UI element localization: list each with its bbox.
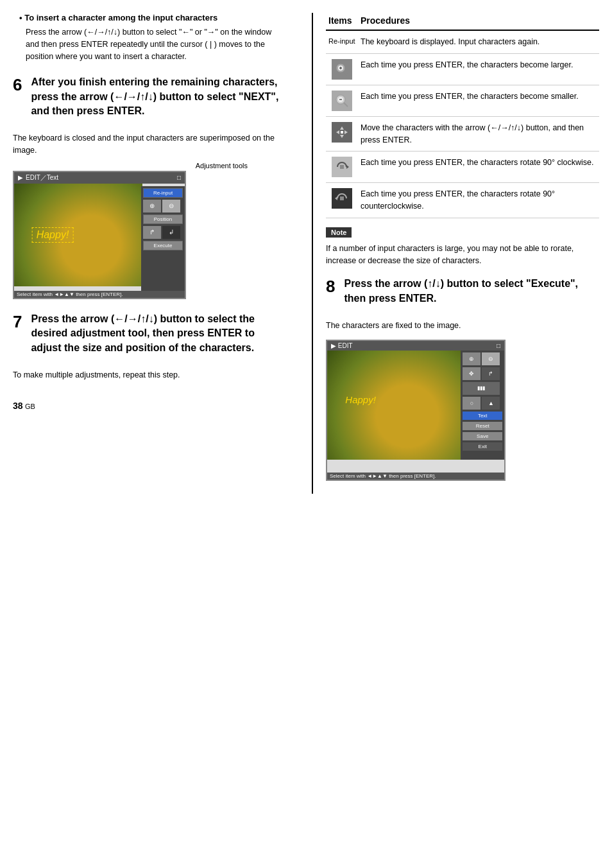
screen-body-area: Happy! Re-input ⊕ ⊖ Position ↱ ↲ E: [14, 184, 185, 284]
bullet-text: Press the arrow (←/→/↑/↓) button to sele…: [19, 26, 286, 62]
svg-marker-11: [336, 130, 339, 134]
move-icon: [332, 122, 352, 143]
exit-btn[interactable]: Exit: [463, 442, 502, 451]
step6-body: The keyboard is closed and the input cha…: [13, 132, 286, 157]
svg-rect-13: [341, 131, 343, 134]
procedure-reinput: The keyboard is displayed. Input charact…: [358, 30, 599, 53]
page-number: 38 GB: [13, 401, 286, 411]
step6-wrapper: 6 After you finish entering the remainin…: [13, 75, 286, 299]
step8-screen: ▶ EDIT □ Happy! ⊕ ⊖ ✥: [326, 340, 506, 481]
happy2-text: Happy!: [345, 394, 376, 405]
screen-header-left: ▶ EDIT／Text: [18, 173, 58, 182]
page-container: To insert a character among the input ch…: [13, 13, 599, 494]
icon-cell-move: [326, 116, 358, 152]
magnify-plus-icon: [332, 59, 352, 80]
reinput-btn[interactable]: Re-input: [143, 188, 183, 198]
magnify-plus-icon: ⊕: [143, 200, 161, 213]
s2-move-icon: ✥: [463, 367, 480, 380]
s2-icon-row3: ▮▮▮: [463, 382, 502, 395]
execute-btn[interactable]: Execute: [143, 241, 183, 250]
step6-content: After you finish entering the remaining …: [31, 75, 286, 123]
table-head: Items Procedures: [326, 13, 599, 30]
step8-content: Press the arrow (↑/↓) button to select "…: [344, 277, 599, 311]
procedure-magnify-minus: Each time you press ENTER, the character…: [358, 85, 599, 116]
step7-wrapper: 7 Press the arrow (←/→/↑/↓) button to se…: [13, 312, 286, 381]
screen2-right-panel: ⊕ ⊖ ✥ ↱ ▮▮▮ ○ ▲: [461, 351, 504, 460]
svg-marker-10: [340, 135, 344, 138]
note-label: Note: [326, 227, 352, 238]
svg-rect-15: [340, 165, 344, 169]
screen2-body: Happy! ⊕ ⊖ ✥ ↱ ▮▮▮: [327, 351, 504, 460]
table-row: Each time you press ENTER, the character…: [326, 53, 599, 85]
magnify-minus-icon: ⊖: [162, 200, 180, 213]
happy-text: Happy!: [32, 227, 74, 243]
screen2-header-right: □: [497, 342, 500, 349]
screen-header-right: □: [177, 174, 181, 181]
rotate-cw-icon: ↱: [143, 226, 161, 239]
table-row: Each time you press ENTER, the character…: [326, 183, 599, 218]
note-text: If a number of input characters is large…: [326, 243, 599, 267]
s2-circle-icon: ○: [463, 397, 480, 410]
step7-header: 7 Press the arrow (←/→/↑/↓) button to se…: [13, 312, 286, 369]
table-body: Re-input The keyboard is displayed. Inpu…: [326, 30, 599, 218]
s2-icon-row2: ✥ ↱: [463, 367, 502, 380]
page-num-value: 38: [13, 401, 23, 411]
page-lang: GB: [25, 403, 35, 410]
rotate-ccw-icon: ↲: [162, 226, 180, 239]
right-column: Items Procedures Re-input The keyboard i…: [312, 13, 599, 494]
rotate-cw-icon: [332, 157, 352, 177]
screen-header: ▶ EDIT／Text □: [14, 172, 185, 184]
svg-rect-17: [340, 196, 344, 200]
s2-arrow-icon: ▲: [482, 397, 500, 410]
bullet-title: To insert a character among the input ch…: [19, 13, 286, 22]
svg-marker-9: [340, 126, 344, 130]
screen2-header-left: ▶ EDIT: [331, 342, 353, 349]
bullet-section: To insert a character among the input ch…: [13, 13, 286, 62]
step7-content: Press the arrow (←/→/↑/↓) button to sele…: [31, 312, 286, 360]
edit2-icon: ▶: [331, 342, 336, 349]
procedure-rotate-ccw: Each time you press ENTER, the character…: [358, 183, 599, 218]
table-row: Re-input The keyboard is displayed. Inpu…: [326, 30, 599, 53]
step6-screen: ▶ EDIT／Text □ Happy! Re-input ⊕ ⊖: [13, 171, 186, 299]
text-btn[interactable]: Text: [463, 412, 502, 420]
step8-heading: Press the arrow (↑/↓) button to select "…: [344, 277, 599, 306]
screen2-image: Happy!: [327, 351, 461, 460]
magnify-minus-icon: [332, 91, 352, 111]
step8-header: 8 Press the arrow (↑/↓) button to select…: [326, 277, 599, 320]
icon-row1: ⊕ ⊖: [143, 200, 183, 213]
procedure-magnify-plus: Each time you press ENTER, the character…: [358, 53, 599, 85]
icon-row2: ↱ ↲: [143, 226, 183, 239]
procedure-move: Move the characters with the arrow (←/→/…: [358, 116, 599, 152]
step7-body: To make multiple adjustments, repeat thi…: [13, 369, 286, 381]
reset-btn[interactable]: Reset: [463, 422, 502, 430]
icon-cell-magnify-minus: [326, 85, 358, 116]
table-header-row: Items Procedures: [326, 13, 599, 30]
step6-number: 6: [13, 76, 22, 93]
s2-rotate-icon: ↱: [482, 367, 500, 380]
edit-text-label: EDIT／Text: [26, 173, 58, 182]
col-procedures: Procedures: [358, 13, 599, 30]
edit-icon: ▶: [18, 174, 23, 181]
step7-number: 7: [13, 313, 22, 330]
svg-line-8: [344, 103, 348, 107]
col-items: Items: [326, 13, 358, 30]
screen2-footer: Select item with ◄►▲▼ then press [ENTER]…: [327, 473, 504, 480]
s2-magnify-minus-icon: ⊖: [482, 352, 500, 365]
svg-marker-14: [346, 165, 349, 169]
edit2-label: EDIT: [338, 342, 353, 349]
step8-wrapper: 8 Press the arrow (↑/↓) button to select…: [326, 277, 599, 481]
screen2-header: ▶ EDIT □: [327, 341, 504, 351]
svg-line-4: [344, 71, 348, 75]
save-btn[interactable]: Save: [463, 432, 502, 440]
s2-bar-icon: ▮▮▮: [463, 382, 500, 395]
step6-header: 6 After you finish entering the remainin…: [13, 75, 286, 132]
table-row: Each time you press ENTER, the character…: [326, 152, 599, 183]
step7-heading: Press the arrow (←/→/↑/↓) button to sele…: [31, 312, 286, 355]
icon-cell-rotate-cw: [326, 152, 358, 183]
svg-marker-16: [335, 196, 337, 200]
svg-marker-12: [344, 130, 348, 134]
step6-heading: After you finish entering the remaining …: [31, 75, 286, 118]
items-table: Items Procedures Re-input The keyboard i…: [326, 13, 599, 218]
procedure-rotate-cw: Each time you press ENTER, the character…: [358, 152, 599, 183]
position-btn[interactable]: Position: [143, 214, 183, 224]
